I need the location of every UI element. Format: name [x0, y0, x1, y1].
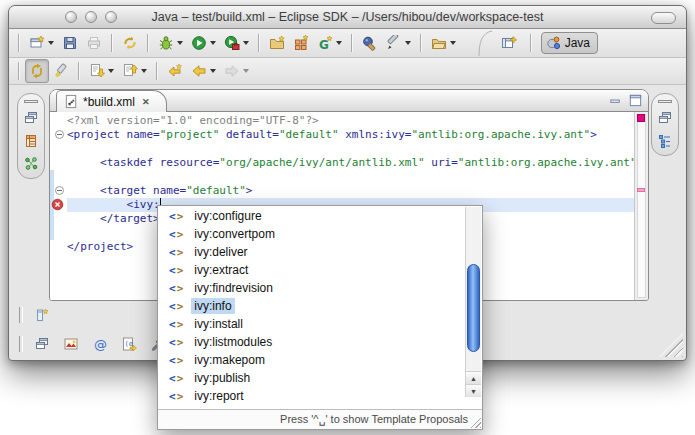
code-line[interactable]: <project name="project" default="default…	[50, 128, 634, 142]
search-button[interactable]	[358, 31, 382, 55]
type-hierarchy-button[interactable]	[21, 132, 41, 149]
code-line[interactable]: <taskdef resource="org/apache/ivy/ant/an…	[50, 156, 634, 170]
completion-item[interactable]: <>ivy:deliver	[159, 243, 465, 261]
dropdown-arrow-icon[interactable]	[336, 41, 342, 45]
declaration-icon: (e	[121, 336, 137, 352]
overview-annotation-mark[interactable]	[637, 114, 645, 122]
window-resize-grip[interactable]	[659, 333, 683, 357]
editor-gutter	[50, 114, 67, 128]
dropdown-arrow-icon[interactable]	[141, 69, 147, 73]
overview-track	[637, 114, 646, 298]
dropdown-arrow-icon[interactable]	[243, 41, 249, 45]
code-line[interactable]: <?xml version="1.0" encoding="UTF-8"?>	[50, 114, 634, 128]
new-class-button[interactable]: G	[313, 31, 346, 55]
minimize-editor-button[interactable]	[608, 93, 623, 108]
dropdown-arrow-icon[interactable]	[177, 41, 183, 45]
mark-occurrences-icon	[53, 63, 69, 79]
new-package-button[interactable]	[289, 31, 313, 55]
svg-text:(e: (e	[125, 340, 133, 348]
fold-collapse-icon[interactable]	[55, 186, 64, 195]
bottom-trim-row1	[19, 303, 52, 327]
dropdown-arrow-icon[interactable]	[48, 41, 54, 45]
overview-ruler[interactable]	[634, 112, 648, 300]
completion-item-label: ivy:publish	[191, 370, 253, 386]
new-wizard-button[interactable]	[25, 31, 58, 55]
javadoc-button[interactable]: @	[90, 336, 110, 353]
completion-item[interactable]: <>ivy:report	[159, 387, 465, 405]
scroll-up-button[interactable]: ▲	[466, 371, 481, 384]
toolbar-toggle-button[interactable]	[651, 12, 676, 24]
completion-item[interactable]: <>ivy:listmodules	[159, 333, 465, 351]
back-button[interactable]	[187, 59, 220, 83]
build-all-icon	[122, 35, 138, 51]
popup-status-bar: Press '^␣' to show Template Proposals	[158, 409, 482, 429]
popup-scrollbar[interactable]: ▲ ▼	[465, 207, 481, 397]
svg-text:G: G	[319, 38, 329, 52]
main-toolbar: G Java	[9, 29, 686, 58]
dropdown-arrow-icon[interactable]	[243, 69, 249, 73]
java-perspective-button[interactable]: Java	[541, 32, 598, 54]
restore-views-button[interactable]	[32, 336, 52, 353]
previous-annotation-button[interactable]	[118, 59, 151, 83]
error-log-button[interactable]	[61, 336, 81, 353]
previous-annotation-icon	[122, 63, 138, 79]
editor-gutter	[50, 184, 67, 198]
run-external-tools-button[interactable]	[220, 31, 253, 55]
synchronize-icon	[23, 156, 39, 172]
code-line[interactable]	[50, 142, 634, 156]
restore-views-button[interactable]	[655, 109, 675, 126]
completion-item[interactable]: <>ivy:convertpom	[159, 225, 465, 243]
fold-collapse-icon[interactable]	[55, 130, 64, 139]
completion-item[interactable]: <>ivy:configure	[159, 207, 465, 225]
next-annotation-button[interactable]	[85, 59, 118, 83]
scroll-down-button[interactable]: ▼	[466, 384, 481, 397]
fast-view-button[interactable]	[32, 307, 52, 324]
open-perspective-button[interactable]	[497, 31, 521, 55]
forward-button[interactable]	[220, 59, 253, 83]
completion-item[interactable]: <>ivy:findrevision	[159, 279, 465, 297]
toolbar-separator	[351, 34, 353, 52]
scrollbar-thumb[interactable]	[467, 264, 480, 352]
dropdown-arrow-icon[interactable]	[108, 69, 114, 73]
completion-item[interactable]: <>ivy:publish	[159, 369, 465, 387]
dropdown-arrow-icon[interactable]	[405, 41, 411, 45]
run-button[interactable]	[187, 31, 220, 55]
completion-item[interactable]: <>ivy:install	[159, 315, 465, 333]
synchronize-button[interactable]	[21, 155, 41, 172]
restore-views-button[interactable]	[21, 109, 41, 126]
print-button[interactable]	[82, 31, 106, 55]
trim-drag-handle[interactable]	[19, 307, 23, 323]
fast-view-icon	[34, 307, 50, 323]
tab-close-icon[interactable]: ✕	[142, 97, 150, 107]
outline-button[interactable]	[655, 132, 675, 149]
mark-occurrences-button[interactable]	[49, 59, 73, 83]
link-with-editor-button[interactable]	[25, 59, 49, 83]
marker-button[interactable]	[382, 31, 415, 55]
dropdown-arrow-icon[interactable]	[450, 41, 456, 45]
dropdown-arrow-icon[interactable]	[210, 69, 216, 73]
xml-element-icon: <>	[169, 264, 184, 277]
last-edit-location-button[interactable]	[163, 59, 187, 83]
build-all-button[interactable]	[118, 31, 142, 55]
declaration-button[interactable]: (e	[119, 336, 139, 353]
template-proposals-hint: Press '^␣' to show Template Proposals	[280, 413, 468, 426]
dropdown-arrow-icon[interactable]	[210, 41, 216, 45]
save-button[interactable]	[58, 31, 82, 55]
xml-element-icon: <>	[169, 390, 184, 403]
maximize-editor-button[interactable]	[628, 93, 643, 108]
editor-tab-buildxml[interactable]: *build.xml ✕	[56, 90, 167, 112]
debug-button[interactable]	[154, 31, 187, 55]
java-perspective-label: Java	[565, 36, 590, 50]
new-java-project-button[interactable]	[265, 31, 289, 55]
completion-item[interactable]: <>ivy:makepom	[159, 351, 465, 369]
code-line[interactable]	[50, 170, 634, 184]
trim-restore-handle[interactable]	[24, 100, 38, 103]
trim-restore-handle[interactable]	[658, 100, 672, 103]
overview-annotation-mark[interactable]	[637, 188, 645, 192]
completion-item[interactable]: <>ivy:extract	[159, 261, 465, 279]
trim-drag-handle[interactable]	[19, 336, 23, 352]
toolbar-separator	[420, 34, 422, 52]
code-line[interactable]: <target name="default">	[50, 184, 634, 198]
open-resource-button[interactable]	[427, 31, 460, 55]
completion-item[interactable]: <>ivy:info	[159, 297, 465, 315]
